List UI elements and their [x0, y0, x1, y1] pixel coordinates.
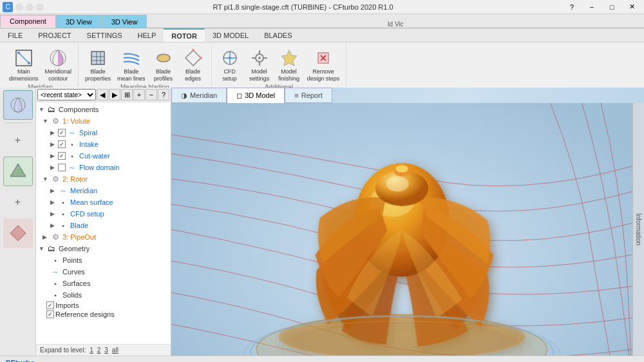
- tree-nav-back[interactable]: ◀: [97, 89, 108, 100]
- blade-mean-lines-button[interactable]: Blademean lines: [115, 46, 148, 84]
- blade-prop-icon: [88, 48, 108, 68]
- tree-node-imports[interactable]: Imports: [37, 301, 169, 310]
- tree-node-components[interactable]: ▼ 🗂 Components: [37, 104, 169, 115]
- title-bar-left: C: [3, 2, 44, 12]
- tree-expand-btn[interactable]: +: [133, 89, 145, 100]
- expand-level-2[interactable]: 2: [97, 347, 101, 354]
- meridian-buttons: Maindimensions Meridionalcontour: [6, 44, 74, 84]
- state-selector[interactable]: <recent state>: [37, 89, 96, 100]
- merid-label: Meridionalcontour: [45, 68, 72, 82]
- tree-node-flowdomain[interactable]: ▶ ～ Flow domain: [37, 162, 169, 173]
- tree-node-volute[interactable]: ▼ ⚙ 1: Volute: [37, 115, 169, 127]
- expand-level-1[interactable]: 1: [90, 347, 93, 354]
- ribbon-tab-blades[interactable]: BLADES: [256, 28, 299, 42]
- blade-properties-button[interactable]: Bladeproperties: [82, 46, 113, 84]
- tab-component[interactable]: Component: [0, 15, 56, 28]
- pts-icon: ▪: [50, 255, 61, 265]
- remove-icon: [313, 48, 334, 68]
- maximize-button[interactable]: □: [602, 0, 621, 14]
- model-settings-icon: [249, 48, 270, 68]
- meridional-contour-button[interactable]: Meridionalcontour: [43, 46, 75, 84]
- panel-btn-shape[interactable]: [3, 157, 33, 186]
- tree-node-refdesigns[interactable]: Reference designs: [37, 310, 169, 319]
- tree-nav-forward[interactable]: ▶: [109, 89, 120, 100]
- curves-label: Curves: [62, 268, 85, 276]
- main-dim-label: Maindimensions: [9, 68, 39, 82]
- panel-btn-add2[interactable]: +: [3, 187, 33, 217]
- main-dim-icon: [14, 48, 34, 68]
- main-dimensions-button[interactable]: Maindimensions: [6, 46, 41, 84]
- finishing-icon: [279, 48, 299, 68]
- ribbon-tab-rotor[interactable]: ROTOR: [164, 28, 205, 42]
- blade-profiles-button[interactable]: Bladeprofiles: [149, 46, 178, 84]
- rotor-arrow: ▼: [43, 176, 50, 182]
- expand-level-3[interactable]: 3: [104, 347, 108, 354]
- volute-icon: ⚙: [50, 116, 61, 126]
- tree-node-intake[interactable]: ▶ ▪ Intake: [37, 138, 169, 150]
- ribbon-tab-help[interactable]: HELP: [130, 28, 164, 42]
- tree-node-meansurface[interactable]: ▶ ▪ Mean surface: [37, 196, 169, 208]
- geo-icon: 🗂: [46, 243, 57, 254]
- tree-add-tab[interactable]: ⊞: [121, 89, 133, 100]
- branding-logo: CFturbo: [5, 359, 35, 363]
- panel-btn-diamond[interactable]: [3, 218, 33, 248]
- ribbon-tab-settings[interactable]: SETTINGS: [79, 28, 130, 42]
- ribbon-tab-file[interactable]: FILE: [0, 28, 30, 42]
- cfd-sub-label: CFD setup: [70, 210, 104, 218]
- ref-checkbox[interactable]: [46, 310, 54, 318]
- model-finishing-button[interactable]: Modelfinishing: [275, 46, 303, 84]
- tab-3dview1[interactable]: 3D View: [56, 15, 102, 28]
- tree-help-btn[interactable]: ?: [158, 89, 169, 100]
- expand-level-all[interactable]: all: [112, 347, 118, 354]
- blade-edges-button[interactable]: Bladeedges: [179, 46, 207, 84]
- ribbon-tab-3dmodel[interactable]: 3D MODEL: [205, 28, 256, 42]
- rotor-icon: ⚙: [50, 174, 61, 184]
- tree-node-solids[interactable]: ▪ Solids: [37, 289, 169, 301]
- model-settings-button[interactable]: Modelsettings: [245, 46, 274, 84]
- tree-node-cfdsetup[interactable]: ▶ ▪ CFD setup: [37, 208, 169, 220]
- ribbon-tab-project[interactable]: PROJECT: [30, 28, 79, 42]
- finishing-label: Modelfinishing: [278, 68, 299, 82]
- close-button[interactable]: ✕: [622, 0, 641, 14]
- tab-3dview2[interactable]: 3D View: [102, 15, 147, 28]
- min-icon: [36, 3, 44, 11]
- remove-steps-button[interactable]: Removedesign steps: [305, 46, 343, 84]
- plus-icon2: +: [15, 196, 21, 208]
- cfd-icon: [220, 48, 240, 68]
- intake-checkbox[interactable]: [58, 140, 66, 148]
- tree-node-meridian[interactable]: ▶ ～ Meridian: [37, 185, 169, 196]
- components-folder-icon: 🗂: [46, 104, 57, 115]
- svg-point-2: [17, 52, 20, 54]
- cfd-setup-button[interactable]: CFDsetup: [216, 46, 244, 84]
- tree-node-blade[interactable]: ▶ ▪ Blade: [37, 220, 169, 231]
- tree-node-cutwater[interactable]: ▶ ▪ Cut-water: [37, 150, 169, 162]
- tree-node-surfaces[interactable]: ▪ Surfaces: [37, 278, 169, 289]
- tree-node-spiral[interactable]: ▶ ～ Spiral: [37, 127, 169, 138]
- tree-content: ▼ 🗂 Components ▼ ⚙ 1: Volute ▶ ～ Spiral …: [36, 102, 171, 344]
- viewport-tab-meridian[interactable]: ◑ Meridian: [171, 88, 227, 103]
- tree-node-points[interactable]: ▪ Points: [37, 254, 169, 266]
- tree-node-curves[interactable]: ～ Curves: [37, 266, 169, 278]
- viewport-tab-3dmodel[interactable]: ◻ 3D Model: [227, 88, 285, 103]
- imp-checkbox[interactable]: [46, 301, 54, 309]
- merid-sub-icon: ～: [58, 186, 68, 196]
- info-sidebar[interactable]: Information: [632, 103, 644, 356]
- panel-btn-add1[interactable]: +: [3, 126, 33, 155]
- viewport[interactable]: ◑ Meridian ◻ 3D Model ≡ Report (4) Infor…: [171, 88, 644, 356]
- cutwater-checkbox[interactable]: [58, 152, 66, 160]
- tree-node-pipeout[interactable]: ▶ ⚙ 3: PipeOut: [37, 231, 169, 243]
- left-panel: + +: [0, 88, 36, 356]
- tree-collapse-btn[interactable]: −: [146, 89, 157, 100]
- tree-node-rotor[interactable]: ▼ ⚙ 2: Rotor: [37, 173, 169, 185]
- cfd-label: CFDsetup: [223, 68, 237, 82]
- flow-checkbox[interactable]: [58, 164, 66, 171]
- help-button[interactable]: ?: [562, 0, 582, 14]
- spiral-checkbox[interactable]: [58, 129, 66, 137]
- panel-btn-meridian[interactable]: [3, 90, 33, 120]
- flow-icon: ～: [67, 162, 77, 173]
- remove-label: Removedesign steps: [307, 68, 340, 82]
- ribbon-tabs: FILE PROJECT SETTINGS HELP ROTOR 3D MODE…: [0, 28, 644, 43]
- tree-node-geometry[interactable]: ▼ 🗂 Geometry: [37, 243, 169, 254]
- minimize-button[interactable]: −: [582, 0, 601, 14]
- viewport-tab-report[interactable]: ≡ Report: [285, 88, 332, 103]
